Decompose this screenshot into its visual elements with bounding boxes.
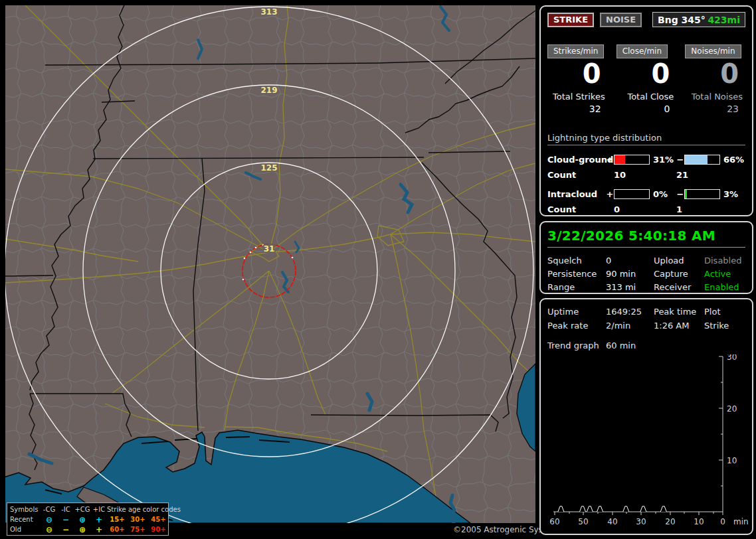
upload-status: Disabled	[704, 256, 745, 266]
ic-negative-count: 1	[676, 204, 747, 214]
legend-pos-ic-header: +IC	[91, 506, 107, 513]
total-noises-label: Total Noises	[685, 92, 745, 102]
ic-negative-percent: 3%	[720, 189, 745, 199]
y-tick-20: 20	[727, 404, 737, 414]
distribution-title: Lightning type distribution	[547, 133, 745, 145]
trend-axes	[553, 356, 723, 512]
close-per-min-header: Close/min	[616, 44, 668, 58]
x-tick-50: 50	[578, 517, 588, 526]
y-axis-ticks	[719, 356, 723, 486]
plot-mode-value: Strike	[704, 321, 745, 331]
trend-panel: Uptime 1649:25 Peak time Plot Peak rate …	[539, 298, 753, 535]
receiver-status: Enabled	[704, 282, 745, 292]
map-display[interactable]: 313 219 125 31	[5, 5, 535, 523]
old-pos-cg-icon: ⊕	[74, 526, 91, 534]
datetime-readout: 3/22/2026 5:40:18 AM	[547, 228, 745, 244]
cloud-ground-count-row: Count 10 21	[547, 167, 745, 182]
x-tick-40: 40	[607, 517, 617, 526]
cloud-ground-row: Cloud-ground + 31% − 66%	[547, 151, 745, 167]
ic-positive-percent: 0%	[650, 189, 676, 199]
legend-old-label: Old	[10, 526, 41, 533]
age-code-45: 45+	[148, 516, 169, 523]
upload-label: Upload	[654, 256, 704, 266]
recent-pos-ic-icon: +	[91, 516, 107, 524]
plus-sign: +	[606, 189, 614, 199]
x-tick-0: 0	[720, 517, 725, 526]
legend-symbols-header: Symbols	[10, 506, 41, 513]
recent-neg-cg-icon: ⊖	[41, 516, 58, 524]
trend-graph: 30 20 10 60 50 40 30 20 10 0 min	[547, 354, 748, 528]
divider	[547, 247, 745, 248]
legend-pos-cg-header: +CG	[74, 506, 91, 513]
cg-positive-percent: 31%	[650, 155, 676, 165]
close-per-min-column: Close/min 0 Total Close 0	[616, 44, 677, 114]
peak-time-value: 1:26 AM	[654, 321, 704, 331]
ic-positive-count: 0	[614, 204, 676, 214]
age-code-60: 60+	[107, 526, 128, 533]
noises-per-min-value: 0	[685, 60, 745, 88]
legend-recent-label: Recent	[10, 516, 41, 523]
cg-negative-percent: 66%	[720, 155, 745, 165]
minus-sign: −	[676, 155, 684, 165]
age-code-15: 15+	[107, 516, 128, 523]
total-strikes-label: Total Strikes	[547, 92, 608, 102]
intracloud-count-row: Count 0 1	[547, 202, 745, 216]
squelch-row: Squelch 0 Upload Disabled	[547, 254, 745, 267]
old-pos-ic-icon: +	[91, 526, 107, 534]
recent-neg-ic-icon: −	[58, 516, 74, 524]
ic-positive-bar	[614, 189, 650, 199]
peak-rate-label: Peak rate	[547, 321, 606, 331]
strike-counters-panel: STRIKE NOISE Bng 345° 423mi Strikes/min …	[539, 5, 753, 216]
cg-count-label: Count	[547, 170, 606, 180]
ring-label-313: 313	[260, 7, 277, 17]
squelch-value: 0	[606, 256, 654, 266]
total-noises-value: 23	[685, 104, 745, 114]
range-value: 313 mi	[606, 282, 654, 292]
cloud-ground-label: Cloud-ground	[547, 155, 606, 165]
capture-status: Active	[704, 269, 745, 279]
strike-rate-trace	[558, 506, 666, 512]
x-tick-60: 60	[549, 517, 559, 526]
cg-negative-bar	[684, 155, 720, 165]
close-per-min-value: 0	[616, 60, 677, 88]
legend-neg-ic-header: -IC	[58, 506, 74, 513]
receiver-label: Receiver	[654, 282, 704, 292]
range-label: Range	[547, 282, 606, 292]
ring-label-31: 31	[264, 244, 275, 254]
x-tick-10: 10	[694, 517, 704, 526]
x-tick-20: 20	[665, 517, 675, 526]
strike-toggle-button[interactable]: STRIKE	[547, 13, 594, 27]
bearing-label: Bng 345°	[658, 15, 706, 25]
legend-neg-cg-header: -CG	[41, 506, 58, 513]
ic-count-label: Count	[547, 204, 606, 214]
legend-age-header: Strike age color codes	[107, 506, 169, 513]
peak-rate-row: Peak rate 2/min 1:26 AM Strike	[547, 319, 745, 333]
lightning-map[interactable]: 313 219 125 31	[5, 5, 535, 523]
cg-positive-count: 10	[614, 170, 676, 180]
x-tick-30: 30	[636, 517, 646, 526]
persistence-row: Persistence 90 min Capture Active	[547, 267, 745, 280]
strikes-per-min-value: 0	[547, 60, 608, 88]
persistence-label: Persistence	[547, 269, 606, 279]
ring-label-219: 219	[260, 86, 277, 95]
old-neg-cg-icon: ⊖	[41, 526, 58, 534]
recent-pos-cg-icon: ⊕	[74, 516, 91, 524]
squelch-label: Squelch	[547, 256, 606, 266]
peak-rate-value: 2/min	[606, 321, 654, 331]
y-tick-10: 10	[727, 456, 737, 465]
cg-negative-bar-fill	[685, 155, 708, 164]
range-row: Range 313 mi Receiver Enabled	[547, 280, 745, 293]
uptime-row: Uptime 1649:25 Peak time Plot	[547, 305, 745, 319]
total-strikes-value: 32	[547, 104, 608, 114]
persistence-value: 90 min	[606, 269, 654, 279]
uptime-label: Uptime	[547, 307, 606, 317]
noise-toggle-button[interactable]: NOISE	[600, 13, 642, 27]
intracloud-label: Intracloud	[547, 189, 606, 199]
age-code-75: 75+	[128, 526, 148, 533]
strikes-per-min-header: Strikes/min	[547, 44, 604, 58]
plot-label: Plot	[704, 307, 745, 317]
ring-label-125: 125	[260, 163, 277, 173]
trend-graph-label: Trend graph	[547, 341, 606, 350]
x-axis-ticks	[555, 512, 723, 515]
status-panel: 3/22/2026 5:40:18 AM Squelch 0 Upload Di…	[539, 221, 753, 294]
